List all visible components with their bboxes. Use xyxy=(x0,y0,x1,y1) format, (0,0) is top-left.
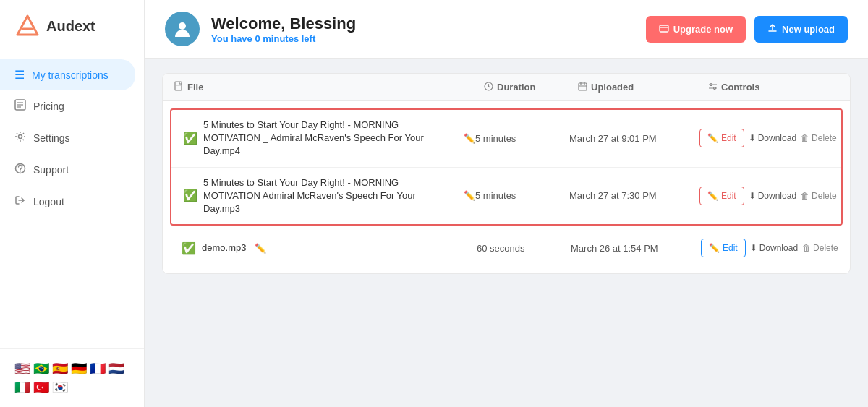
flag-br[interactable]: 🇧🇷 xyxy=(33,361,49,377)
delete-button-3[interactable]: 🗑 Delete xyxy=(802,243,838,253)
upgrade-now-label: Upgrade now xyxy=(673,24,733,35)
flag-it[interactable]: 🇮🇹 xyxy=(14,380,30,395)
delete-icon-1: 🗑 xyxy=(801,133,809,143)
file-name-1: 5 Minutes to Start Your Day Right! - MOR… xyxy=(203,119,455,158)
edit-btn-icon-3: ✏️ xyxy=(709,243,720,253)
sidebar-item-logout[interactable]: Logout xyxy=(0,186,144,218)
table-row: ✅ demo.mp3 ✏️ 60 seconds March 26 at 1:5… xyxy=(170,230,843,266)
settings-icon xyxy=(14,131,26,145)
sidebar-nav: ☰ My transcriptions Pricing Sett xyxy=(0,52,144,348)
upload-icon xyxy=(767,23,778,35)
table-row: ✅ 5 Minutes to Start Your Day Right! - M… xyxy=(171,168,841,225)
download-label-2: Download xyxy=(758,191,796,201)
svg-point-6 xyxy=(19,135,22,139)
download-icon-1: ⬇ xyxy=(749,133,756,143)
sidebar-item-my-transcriptions[interactable]: ☰ My transcriptions xyxy=(0,59,135,90)
edit-button-2[interactable]: ✏️ Edit xyxy=(699,187,744,205)
delete-button-1[interactable]: 🗑 Delete xyxy=(801,133,837,143)
edit-button-1[interactable]: ✏️ Edit xyxy=(699,129,744,147)
svg-rect-16 xyxy=(579,83,587,90)
col-header-duration: Duration xyxy=(484,81,578,93)
controls-col-icon xyxy=(708,82,718,93)
flag-nl[interactable]: 🇳🇱 xyxy=(109,361,124,377)
delete-label-2: Delete xyxy=(812,191,837,201)
file-name-2: 5 Minutes to Start Your Day Right! - MOR… xyxy=(203,176,455,216)
upgrade-icon xyxy=(659,23,669,35)
minutes-left: You have 0 minutes left xyxy=(211,33,356,44)
edit-btn-label-1: Edit xyxy=(721,133,736,143)
logout-icon xyxy=(14,194,26,209)
col-header-uploaded: Uploaded xyxy=(578,81,708,93)
delete-icon-3: 🗑 xyxy=(802,243,811,253)
flag-es[interactable]: 🇪🇸 xyxy=(52,361,68,377)
edit-btn-icon-2: ✏️ xyxy=(707,191,718,201)
flag-fr[interactable]: 🇫🇷 xyxy=(90,361,106,377)
col-header-controls: Controls xyxy=(708,81,838,93)
col-uploaded-label: Uploaded xyxy=(591,82,634,93)
duration-cell-1: 5 minutes xyxy=(475,133,569,144)
uploaded-cell-3: March 26 at 1:54 PM xyxy=(571,243,701,254)
content-area: File Duration xyxy=(145,59,868,407)
minutes-left-prefix: You have xyxy=(211,33,255,44)
new-upload-label: New upload xyxy=(782,24,835,35)
table-row: ✅ 5 Minutes to Start Your Day Right! - M… xyxy=(171,110,841,168)
duration-cell-2: 5 minutes xyxy=(475,190,569,201)
audext-logo-icon xyxy=(14,13,41,39)
sidebar-item-logout-label: Logout xyxy=(33,196,64,207)
sidebar-item-support[interactable]: Support xyxy=(0,154,144,186)
check-icon-1: ✅ xyxy=(183,132,197,145)
download-button-3[interactable]: ⬇ Download xyxy=(750,243,798,253)
logo-area: Audext xyxy=(0,0,144,52)
file-cell-2: ✅ 5 Minutes to Start Your Day Right! - M… xyxy=(183,176,475,216)
download-label-1: Download xyxy=(758,133,796,143)
duration-cell-3: 60 seconds xyxy=(477,243,571,254)
controls-cell-2: ✏️ Edit ⬇ Download 🗑 Delete xyxy=(699,187,830,205)
uploaded-col-icon xyxy=(578,82,587,93)
controls-cell-1: ✏️ Edit ⬇ Download 🗑 Delete xyxy=(699,129,830,147)
svg-point-8 xyxy=(20,171,21,172)
flag-kr[interactable]: 🇰🇷 xyxy=(52,380,68,395)
header-left: Welcome, Blessing You have 0 minutes lef… xyxy=(165,12,356,46)
download-icon-2: ⬇ xyxy=(749,191,756,201)
flag-us[interactable]: 🇺🇸 xyxy=(14,361,30,377)
uploaded-cell-2: March 27 at 7:30 PM xyxy=(569,190,699,201)
minutes-left-suffix: minutes left xyxy=(260,33,316,44)
minutes-left-count: 0 xyxy=(255,33,260,44)
delete-button-2[interactable]: 🗑 Delete xyxy=(801,191,837,201)
table-header: File Duration xyxy=(163,74,850,101)
flag-de[interactable]: 🇩🇪 xyxy=(71,361,87,377)
flag-tr[interactable]: 🇹🇷 xyxy=(33,380,49,395)
file-cell-3: ✅ demo.mp3 ✏️ xyxy=(182,241,477,255)
edit-inline-icon-2[interactable]: ✏️ xyxy=(464,190,475,201)
uploaded-cell-1: March 27 at 9:01 PM xyxy=(569,133,699,144)
edit-button-3[interactable]: ✏️ Edit xyxy=(701,239,746,257)
welcome-text-block: Welcome, Blessing You have 0 minutes lef… xyxy=(211,14,356,44)
new-upload-button[interactable]: New upload xyxy=(754,16,848,43)
welcome-title: Welcome, Blessing xyxy=(211,14,356,33)
edit-inline-icon-3[interactable]: ✏️ xyxy=(255,243,266,254)
check-icon-2: ✅ xyxy=(183,189,197,202)
language-flags: 🇺🇸 🇧🇷 🇪🇸 🇩🇪 🇫🇷 🇳🇱 🇮🇹 🇹🇷 🇰🇷 xyxy=(14,361,129,395)
sidebar: Audext ☰ My transcriptions Pricing xyxy=(0,0,145,407)
sidebar-item-my-transcriptions-label: My transcriptions xyxy=(32,69,109,81)
sidebar-item-pricing[interactable]: Pricing xyxy=(0,90,144,122)
file-cell-1: ✅ 5 Minutes to Start Your Day Right! - M… xyxy=(183,119,475,158)
file-name-3: demo.mp3 xyxy=(202,241,246,254)
transcriptions-table: File Duration xyxy=(162,73,851,274)
my-transcriptions-icon: ☰ xyxy=(14,68,25,82)
delete-label-3: Delete xyxy=(813,243,838,253)
col-duration-label: Duration xyxy=(497,82,535,93)
download-button-2[interactable]: ⬇ Download xyxy=(749,191,796,201)
sidebar-footer: 🇺🇸 🇧🇷 🇪🇸 🇩🇪 🇫🇷 🇳🇱 🇮🇹 🇹🇷 🇰🇷 xyxy=(0,348,144,407)
edit-btn-label-3: Edit xyxy=(723,243,738,253)
check-icon-3: ✅ xyxy=(182,241,196,255)
app-name: Audext xyxy=(46,18,95,35)
main-content: Welcome, Blessing You have 0 minutes lef… xyxy=(145,0,868,407)
svg-point-10 xyxy=(179,22,186,30)
edit-btn-label-2: Edit xyxy=(721,191,736,201)
download-button-1[interactable]: ⬇ Download xyxy=(749,133,796,143)
sidebar-item-settings[interactable]: Settings xyxy=(0,122,144,154)
edit-inline-icon-1[interactable]: ✏️ xyxy=(464,133,475,144)
upgrade-now-button[interactable]: Upgrade now xyxy=(646,16,746,43)
col-header-file: File xyxy=(174,81,484,93)
